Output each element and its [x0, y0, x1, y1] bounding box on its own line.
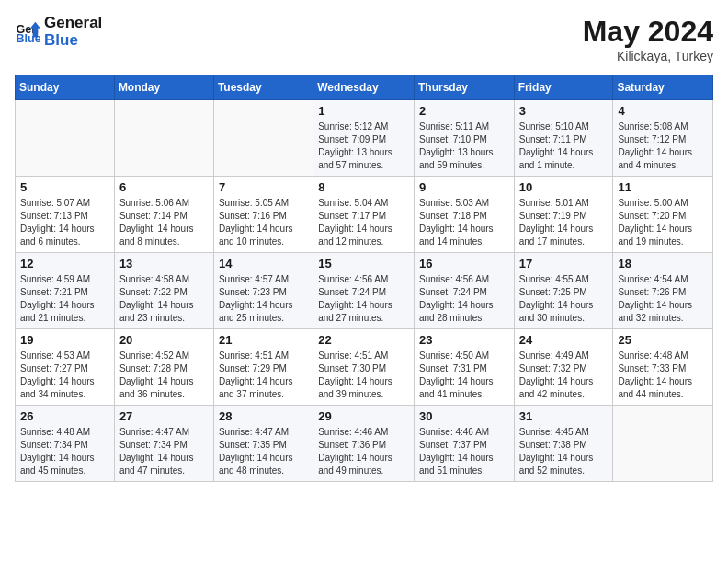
- calendar-cell: 5Sunrise: 5:07 AMSunset: 7:13 PMDaylight…: [16, 177, 115, 253]
- calendar-cell: 9Sunrise: 5:03 AMSunset: 7:18 PMDaylight…: [414, 177, 514, 253]
- day-info: Sunrise: 4:56 AMSunset: 7:24 PMDaylight:…: [318, 273, 409, 325]
- day-info: Sunrise: 5:01 AMSunset: 7:19 PMDaylight:…: [519, 197, 609, 248]
- day-number: 9: [419, 180, 509, 194]
- calendar-cell: 25Sunrise: 4:48 AMSunset: 7:33 PMDayligh…: [613, 329, 713, 406]
- day-info: Sunrise: 5:00 AMSunset: 7:20 PMDaylight:…: [618, 197, 708, 248]
- calendar-cell: 1Sunrise: 5:12 AMSunset: 7:09 PMDaylight…: [313, 100, 415, 177]
- weekday-header: Thursday: [414, 75, 514, 100]
- calendar-body: 1Sunrise: 5:12 AMSunset: 7:09 PMDaylight…: [16, 100, 713, 482]
- weekday-header: Wednesday: [313, 75, 415, 100]
- calendar-cell: [114, 100, 213, 177]
- day-info: Sunrise: 4:54 AMSunset: 7:26 PMDaylight:…: [618, 273, 708, 325]
- day-info: Sunrise: 5:03 AMSunset: 7:18 PMDaylight:…: [419, 197, 509, 248]
- day-info: Sunrise: 4:51 AMSunset: 7:29 PMDaylight:…: [219, 350, 308, 401]
- weekday-header: Friday: [514, 75, 613, 100]
- day-info: Sunrise: 4:50 AMSunset: 7:31 PMDaylight:…: [419, 350, 509, 401]
- day-number: 27: [119, 409, 209, 423]
- calendar-cell: 27Sunrise: 4:47 AMSunset: 7:34 PMDayligh…: [114, 406, 213, 482]
- day-info: Sunrise: 5:08 AMSunset: 7:12 PMDaylight:…: [618, 121, 708, 172]
- calendar-cell: 28Sunrise: 4:47 AMSunset: 7:35 PMDayligh…: [213, 406, 313, 482]
- day-info: Sunrise: 4:58 AMSunset: 7:22 PMDaylight:…: [119, 273, 209, 325]
- day-number: 12: [20, 257, 109, 270]
- calendar-cell: 11Sunrise: 5:00 AMSunset: 7:20 PMDayligh…: [613, 177, 713, 253]
- day-number: 17: [519, 257, 609, 270]
- calendar-cell: 2Sunrise: 5:11 AMSunset: 7:10 PMDaylight…: [414, 100, 514, 177]
- day-number: 2: [419, 104, 509, 118]
- day-number: 24: [519, 333, 609, 347]
- day-number: 10: [519, 180, 609, 194]
- day-info: Sunrise: 4:51 AMSunset: 7:30 PMDaylight:…: [318, 350, 409, 401]
- day-number: 3: [519, 104, 609, 118]
- calendar-cell: 31Sunrise: 4:45 AMSunset: 7:38 PMDayligh…: [514, 406, 613, 482]
- day-number: 23: [419, 333, 509, 347]
- day-info: Sunrise: 5:06 AMSunset: 7:14 PMDaylight:…: [119, 197, 209, 248]
- calendar-header: SundayMondayTuesdayWednesdayThursdayFrid…: [16, 75, 713, 100]
- day-number: 13: [119, 257, 209, 270]
- calendar-table: SundayMondayTuesdayWednesdayThursdayFrid…: [15, 75, 713, 482]
- calendar-cell: 19Sunrise: 4:53 AMSunset: 7:27 PMDayligh…: [16, 329, 115, 406]
- day-info: Sunrise: 4:57 AMSunset: 7:23 PMDaylight:…: [219, 273, 308, 325]
- day-info: Sunrise: 4:46 AMSunset: 7:37 PMDaylight:…: [419, 426, 509, 477]
- day-info: Sunrise: 5:12 AMSunset: 7:09 PMDaylight:…: [318, 121, 409, 172]
- day-number: 7: [219, 180, 308, 194]
- calendar-cell: 4Sunrise: 5:08 AMSunset: 7:12 PMDaylight…: [613, 100, 713, 177]
- day-number: 15: [318, 257, 409, 270]
- calendar-cell: 26Sunrise: 4:48 AMSunset: 7:34 PMDayligh…: [16, 406, 115, 482]
- calendar-cell: 6Sunrise: 5:06 AMSunset: 7:14 PMDaylight…: [114, 177, 213, 253]
- calendar-cell: 10Sunrise: 5:01 AMSunset: 7:19 PMDayligh…: [514, 177, 613, 253]
- calendar-cell: 13Sunrise: 4:58 AMSunset: 7:22 PMDayligh…: [114, 253, 213, 329]
- day-number: 18: [618, 257, 708, 270]
- logo: Gen Blue General Blue: [15, 15, 102, 49]
- calendar-cell: [16, 100, 115, 177]
- day-info: Sunrise: 5:05 AMSunset: 7:16 PMDaylight:…: [219, 197, 308, 248]
- day-number: 31: [519, 409, 609, 423]
- day-info: Sunrise: 4:45 AMSunset: 7:38 PMDaylight:…: [519, 426, 609, 477]
- day-number: 1: [318, 104, 409, 118]
- calendar-cell: 14Sunrise: 4:57 AMSunset: 7:23 PMDayligh…: [213, 253, 313, 329]
- day-info: Sunrise: 4:49 AMSunset: 7:32 PMDaylight:…: [519, 350, 609, 401]
- day-info: Sunrise: 4:53 AMSunset: 7:27 PMDaylight:…: [20, 350, 109, 401]
- day-info: Sunrise: 4:47 AMSunset: 7:34 PMDaylight:…: [119, 426, 209, 477]
- day-info: Sunrise: 4:59 AMSunset: 7:21 PMDaylight:…: [20, 273, 109, 325]
- day-number: 22: [318, 333, 409, 347]
- logo-icon: Gen Blue: [15, 19, 40, 45]
- calendar-cell: 8Sunrise: 5:04 AMSunset: 7:17 PMDaylight…: [313, 177, 415, 253]
- day-number: 11: [618, 180, 708, 194]
- day-number: 20: [119, 333, 209, 347]
- title-area: May 2024 Kilickaya, Turkey: [583, 15, 713, 63]
- day-number: 14: [219, 257, 308, 270]
- day-number: 19: [20, 333, 109, 347]
- calendar-cell: 17Sunrise: 4:55 AMSunset: 7:25 PMDayligh…: [514, 253, 613, 329]
- weekday-header: Tuesday: [213, 75, 313, 100]
- calendar-cell: 20Sunrise: 4:52 AMSunset: 7:28 PMDayligh…: [114, 329, 213, 406]
- day-number: 4: [618, 104, 708, 118]
- day-info: Sunrise: 4:48 AMSunset: 7:33 PMDaylight:…: [618, 350, 708, 401]
- day-number: 16: [419, 257, 509, 270]
- calendar-cell: [613, 406, 713, 482]
- calendar-cell: 3Sunrise: 5:10 AMSunset: 7:11 PMDaylight…: [514, 100, 613, 177]
- weekday-header: Sunday: [16, 75, 115, 100]
- calendar-cell: [213, 100, 313, 177]
- calendar-cell: 16Sunrise: 4:56 AMSunset: 7:24 PMDayligh…: [414, 253, 514, 329]
- calendar-cell: 7Sunrise: 5:05 AMSunset: 7:16 PMDaylight…: [213, 177, 313, 253]
- day-number: 8: [318, 180, 409, 194]
- day-number: 30: [419, 409, 509, 423]
- weekday-header: Monday: [114, 75, 213, 100]
- day-number: 6: [119, 180, 209, 194]
- day-info: Sunrise: 4:48 AMSunset: 7:34 PMDaylight:…: [20, 426, 109, 477]
- calendar-cell: 18Sunrise: 4:54 AMSunset: 7:26 PMDayligh…: [613, 253, 713, 329]
- logo-line1: General: [44, 15, 102, 32]
- calendar-cell: 15Sunrise: 4:56 AMSunset: 7:24 PMDayligh…: [313, 253, 415, 329]
- day-info: Sunrise: 5:04 AMSunset: 7:17 PMDaylight:…: [318, 197, 409, 248]
- logo-line2: Blue: [44, 32, 102, 50]
- day-info: Sunrise: 4:47 AMSunset: 7:35 PMDaylight:…: [219, 426, 308, 477]
- location-subtitle: Kilickaya, Turkey: [583, 49, 713, 63]
- day-number: 21: [219, 333, 308, 347]
- day-info: Sunrise: 4:52 AMSunset: 7:28 PMDaylight:…: [119, 350, 209, 401]
- day-info: Sunrise: 5:11 AMSunset: 7:10 PMDaylight:…: [419, 121, 509, 172]
- calendar-cell: 23Sunrise: 4:50 AMSunset: 7:31 PMDayligh…: [414, 329, 514, 406]
- calendar-cell: 30Sunrise: 4:46 AMSunset: 7:37 PMDayligh…: [414, 406, 514, 482]
- calendar-cell: 22Sunrise: 4:51 AMSunset: 7:30 PMDayligh…: [313, 329, 415, 406]
- day-number: 25: [618, 333, 708, 347]
- calendar-cell: 24Sunrise: 4:49 AMSunset: 7:32 PMDayligh…: [514, 329, 613, 406]
